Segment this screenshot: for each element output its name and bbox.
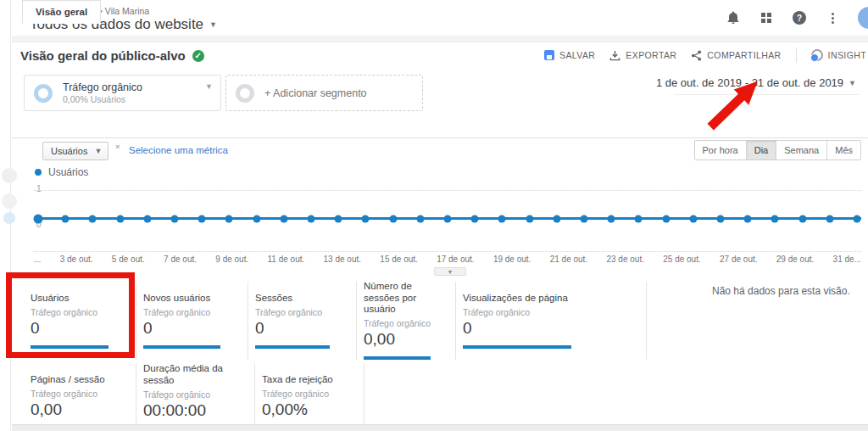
save-icon — [544, 50, 554, 60]
scorecard-segment: Tráfego orgânico — [143, 389, 244, 400]
legend-label: Usuários — [48, 166, 88, 178]
verified-check-icon: ✓ — [192, 50, 204, 62]
share-button[interactable]: COMPARTILHAR — [691, 50, 781, 61]
notifications-bell-icon[interactable] — [726, 10, 741, 25]
x-axis-tick: 3 de out. — [60, 255, 93, 264]
scorecard-title: Novos usuários — [143, 282, 237, 305]
scorecard-value: 00:00:00 — [143, 401, 244, 420]
date-range-selector[interactable]: 1 de out. de 2019 - 31 de out. de 2019 ▼ — [656, 76, 856, 89]
download-icon — [609, 50, 620, 61]
report-title: Visão geral do público-alvo ✓ — [20, 48, 204, 63]
scorecard-row-1: UsuáriosTráfego orgânico0Novos usuáriosT… — [24, 282, 647, 360]
data-point — [362, 215, 370, 222]
data-point — [635, 215, 643, 222]
scorecard-duracao-media-da-sessao: Duração média da sessãoTráfego orgânico0… — [136, 363, 254, 429]
granularity-dia[interactable]: Dia — [746, 141, 776, 160]
data-point — [116, 215, 124, 222]
data-point — [662, 215, 670, 222]
more-options-icon[interactable] — [825, 10, 840, 25]
bottom-band — [12, 424, 868, 431]
segment-circle-icon — [236, 84, 254, 103]
date-range-underline — [675, 94, 860, 95]
add-segment-label: + Adicionar segmento — [264, 87, 367, 99]
tab-bar — [12, 115, 868, 138]
data-point — [689, 215, 697, 222]
granularity-group: Por horaDiaSemanaMês — [694, 140, 861, 160]
scorecard-value: 0 — [255, 319, 346, 338]
scorecard-value: 0,00 — [31, 400, 125, 419]
tab-visao-geral[interactable]: Visão geral — [22, 0, 101, 24]
scorecard-value: 0 — [463, 319, 636, 338]
x-axis-tick: 11 de out. — [268, 255, 305, 264]
scorecard-sparkline — [255, 345, 330, 349]
data-point — [444, 215, 452, 222]
scorecard-title: Duração média da sessão — [143, 363, 244, 387]
x-axis: ...3 de out.5 de out.7 de out.9 de out.1… — [34, 255, 861, 264]
segment-circle-icon — [34, 84, 53, 103]
data-point — [608, 215, 615, 222]
data-point — [854, 215, 861, 222]
scorecard-sessoes: SessõesTráfego orgânico0 — [248, 282, 356, 360]
granularity-por-hora[interactable]: Por hora — [695, 141, 746, 160]
chevron-down-icon: ▼ — [209, 20, 217, 29]
select-metric-link[interactable]: Selecione uma métrica — [129, 145, 228, 155]
granularity-mes[interactable]: Mês — [826, 141, 860, 160]
sidebar-ghost-icon — [3, 212, 15, 224]
top-app-bar: Todas as contas > Vila Marina Todos os d… — [12, 0, 868, 36]
insight-button[interactable]: INSIGHT — [811, 49, 866, 61]
x-axis-tick: 21 de out. — [550, 255, 587, 264]
chevron-down-icon[interactable]: ▼ — [205, 82, 213, 91]
x-axis-tick: 15 de out. — [380, 255, 417, 264]
chevron-down-icon: ▼ — [94, 147, 102, 155]
metric-dropdown[interactable]: Usuários ▼ — [42, 142, 108, 160]
gridline — [34, 251, 861, 252]
data-point — [280, 215, 287, 222]
scorecard-usuarios: UsuáriosTráfego orgânico0 — [24, 282, 136, 360]
segment-card-trafego-organico[interactable]: Tráfego orgânico 0,00% Usuários ▼ — [24, 75, 221, 111]
share-icon — [691, 50, 702, 61]
remove-metric-icon[interactable]: × — [115, 142, 120, 151]
data-point — [498, 215, 506, 222]
granularity-semana[interactable]: Semana — [776, 141, 826, 160]
scorecard-segment: Tráfego orgânico — [255, 307, 346, 317]
data-point — [225, 215, 233, 222]
data-point — [33, 214, 42, 223]
export-button[interactable]: EXPORTAR — [609, 50, 676, 61]
apps-grid-icon[interactable] — [759, 10, 774, 25]
scorecard-novos-usuarios: Novos usuáriosTráfego orgânico0 — [136, 282, 248, 360]
scorecard-sparkline — [463, 345, 571, 349]
scorecard-row-2: Páginas / sessãoTráfego orgânico0,00Dura… — [24, 363, 364, 429]
help-icon[interactable]: ? — [792, 10, 807, 25]
save-button[interactable]: SALVAR — [544, 50, 595, 60]
scorecard-title: Número de sessões por usuário — [364, 282, 445, 316]
x-axis-tick: 27 de out. — [720, 255, 757, 264]
chart-collapse-handle[interactable]: ▼ — [434, 267, 466, 276]
data-point — [335, 215, 342, 222]
segment-detail: 0,00% Usuários — [63, 94, 142, 104]
x-axis-tick: 5 de out. — [112, 255, 145, 264]
data-point — [89, 215, 97, 222]
scorecard-sparkline — [364, 356, 431, 360]
scorecard-title: Sessões — [255, 282, 346, 305]
scorecard-value: 0,00 — [364, 330, 445, 349]
gridline — [34, 190, 861, 191]
add-segment-button[interactable]: + Adicionar segmento — [225, 75, 423, 111]
x-axis-tick: 23 de out. — [606, 255, 643, 264]
x-axis-tick: 25 de out. — [663, 255, 700, 264]
data-point — [307, 215, 314, 222]
collapsed-sidebar[interactable] — [0, 0, 11, 431]
scorecard-visualizacoes-de-pagina: Visualizações de páginaTráfego orgânico0 — [455, 282, 647, 360]
scorecard-value: 0 — [143, 319, 237, 338]
scorecard-segment: Tráfego orgânico — [364, 318, 445, 328]
scorecard-title: Usuários — [31, 282, 125, 305]
y-axis-tick: 1 — [36, 184, 42, 193]
account-avatar[interactable] — [858, 7, 868, 29]
x-axis-tick: 19 de out. — [493, 255, 531, 264]
scorecard-title: Visualizações de página — [463, 282, 636, 305]
data-point — [198, 215, 206, 222]
segment-name: Tráfego orgânico — [63, 81, 142, 95]
scorecard-taxa-de-rejeicao: Taxa de rejeiçãoTráfego orgânico0,00% — [254, 363, 364, 429]
empty-state-message: Não há dados para esta visão. — [712, 285, 850, 297]
data-point — [771, 215, 779, 222]
data-point — [717, 215, 725, 222]
